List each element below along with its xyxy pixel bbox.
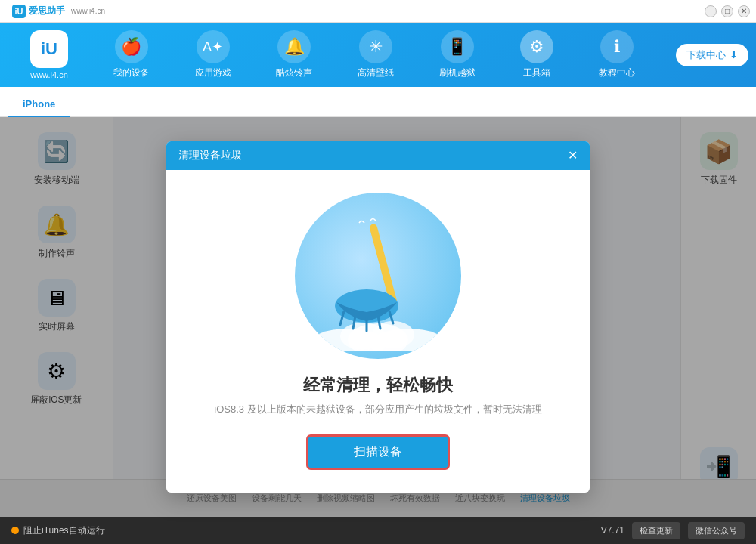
check-update-button[interactable]: 检查更新 (632, 522, 680, 539)
itunes-text: 阻止iTunes自动运行 (23, 524, 105, 537)
statusbar: 阻止iTunes自动运行 V7.71 检查更新 微信公众号 (0, 517, 756, 544)
nav-wallpaper-label: 高清壁纸 (358, 66, 394, 79)
modal-title: 清理设备垃圾 (178, 149, 242, 162)
check-update-label: 检查更新 (640, 526, 673, 535)
nav-apps-games[interactable]: A✦ 应用游戏 (187, 26, 239, 83)
nav-my-device-label: 我的设备 (113, 66, 150, 79)
nav-toolbox-label: 工具箱 (523, 66, 550, 79)
broom-svg (325, 215, 431, 336)
modal-subtitle: iOS8.3 及以上版本的未越狱设备，部分应用产生的垃圾文件，暂时无法清理 (214, 403, 541, 416)
wechat-button[interactable]: 微信公众号 (688, 522, 745, 539)
modal-body: 经常清理，轻松畅快 iOS8.3 及以上版本的未越狱设备，部分应用产生的垃圾文件… (166, 170, 590, 493)
version-text: V7.71 (601, 525, 624, 536)
download-center-label: 下载中心 (686, 48, 726, 62)
nav-apps-games-label: 应用游戏 (195, 66, 231, 79)
logo-url: www.i4.cn (30, 70, 68, 79)
modal-heading: 经常清理，轻松畅快 (303, 374, 453, 397)
logo-website: www.i4.cn (71, 7, 105, 15)
wechat-label: 微信公众号 (696, 526, 737, 535)
titlebar: iU 爱思助手 www.i4.cn − □ ✕ (0, 0, 756, 23)
main-area: 🔄 安装移动端 🔔 制作铃声 🖥 实时屏幕 ⚙ 屏蔽iOS更新 (0, 117, 756, 517)
wallpaper-icon: ✳ (359, 30, 392, 63)
apps-games-icon: A✦ (197, 30, 230, 63)
birds-svg (355, 215, 386, 230)
statusbar-right: V7.71 检查更新 微信公众号 (601, 522, 745, 539)
tutorials-icon: ℹ (600, 30, 634, 63)
subtabs: iPhone (0, 87, 756, 117)
nav-bar: 🍎 我的设备 A✦ 应用游戏 🔔 酷炫铃声 ✳ 高清壁纸 📱 刷机越狱 ⚙ 工具… (91, 26, 658, 83)
nav-tutorials-label: 教程中心 (599, 66, 635, 79)
tab-iphone[interactable]: iPhone (8, 92, 70, 117)
scan-device-label: 扫描设备 (354, 445, 402, 458)
nav-jailbreak[interactable]: 📱 刷机越狱 (432, 26, 483, 83)
toolbox-icon: ⚙ (520, 30, 553, 63)
scan-device-button[interactable]: 扫描设备 (306, 434, 450, 470)
broom-illustration (295, 193, 461, 359)
maximize-button[interactable]: □ (721, 5, 733, 17)
itunes-status-indicator (11, 527, 19, 534)
jailbreak-icon: 📱 (441, 30, 474, 63)
nav-jailbreak-label: 刷机越狱 (439, 66, 476, 79)
logo: iU www.i4.cn (8, 30, 91, 79)
statusbar-left: 阻止iTunes自动运行 (11, 524, 601, 537)
nav-ringtones[interactable]: 🔔 酷炫铃声 (268, 26, 320, 83)
modal-header: 清理设备垃圾 ✕ (166, 141, 590, 170)
nav-wallpaper[interactable]: ✳ 高清壁纸 (350, 26, 401, 83)
nav-ringtones-label: 酷炫铃声 (276, 66, 312, 79)
nav-my-device[interactable]: 🍎 我的设备 (106, 26, 157, 83)
my-device-icon: 🍎 (115, 30, 148, 63)
modal-overlay: 清理设备垃圾 ✕ (0, 117, 756, 517)
download-arrow-icon: ⬇ (730, 49, 738, 60)
download-center-button[interactable]: 下载中心 ⬇ (676, 44, 748, 66)
close-button[interactable]: ✕ (738, 5, 750, 17)
header: iU www.i4.cn 🍎 我的设备 A✦ 应用游戏 🔔 酷炫铃声 ✳ 高清壁… (0, 23, 756, 87)
modal: 清理设备垃圾 ✕ (166, 141, 590, 493)
minimize-button[interactable]: − (705, 5, 717, 17)
modal-close-button[interactable]: ✕ (568, 150, 578, 162)
ringtones-icon: 🔔 (277, 30, 311, 63)
nav-toolbox[interactable]: ⚙ 工具箱 (513, 26, 561, 83)
logo-icon: iU (30, 30, 68, 68)
tab-iphone-label: iPhone (23, 98, 55, 110)
header-right: 下载中心 ⬇ (658, 44, 748, 66)
nav-tutorials[interactable]: ℹ 教程中心 (591, 26, 643, 83)
